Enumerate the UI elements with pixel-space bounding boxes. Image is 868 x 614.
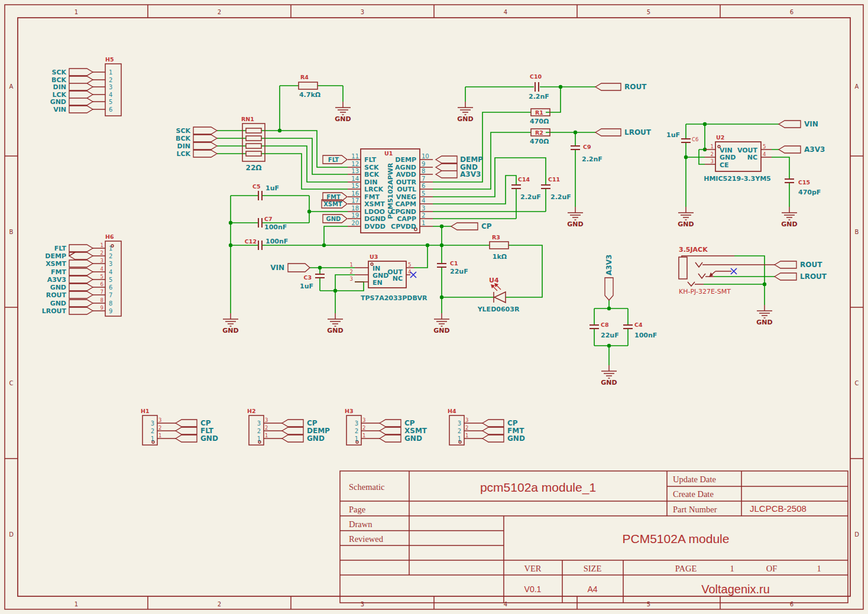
jack-body[interactable] xyxy=(679,257,687,279)
net-flag-bidir[interactable] xyxy=(69,252,93,259)
frame-col: 3 xyxy=(361,9,364,15)
pin-number-red: 5 xyxy=(408,262,411,268)
frame-row: C xyxy=(9,380,14,386)
connector-body[interactable] xyxy=(346,415,361,445)
ic-u3[interactable]: U3 1 2 3 5 4 IN GND EN OUT NC TPS7A2033P… xyxy=(270,254,427,302)
resistor-r4[interactable]: R4 4.7kΩ xyxy=(299,74,321,99)
pin-number: 1 xyxy=(151,436,154,442)
ic-u1[interactable]: U1 PCM5102APWR 11 12 13 14 15 16 17 18 1… xyxy=(348,149,433,233)
net-port[interactable] xyxy=(595,83,621,136)
jack-contacts xyxy=(682,256,775,286)
connector-body[interactable] xyxy=(142,415,157,445)
net-label: CP xyxy=(507,419,518,427)
cap-c1-plates[interactable] xyxy=(437,264,446,267)
net-flag[interactable] xyxy=(69,69,93,113)
connector-h1[interactable]: H1 3 2 1 3 2 1 CP FLT GND xyxy=(141,408,218,445)
frame-col: 2 xyxy=(218,601,221,607)
ic-u2[interactable]: U2 1 2 3 5 4 VIN GND CE VOUT NC HMIC5219… xyxy=(666,120,825,196)
pin-stubs xyxy=(93,72,105,109)
gnd-label: GND xyxy=(678,220,694,228)
net-flag[interactable] xyxy=(176,420,197,442)
cap-c12-plates[interactable] xyxy=(258,241,262,250)
wire-rn1-net[interactable] xyxy=(217,86,348,189)
cap-c4-plates[interactable] xyxy=(623,325,633,329)
net-flag[interactable] xyxy=(380,420,401,442)
gnd-label: GND xyxy=(335,115,351,123)
cap-c14-plates[interactable] xyxy=(511,185,521,189)
net-flag[interactable] xyxy=(69,245,93,314)
connector-h5[interactable]: H5 SCK BCK DIN LCK GND VIN 1 2 3 4 5 6 xyxy=(50,56,121,116)
connector-h4[interactable]: H4 3 2 1 3 2 1 CP FMT GND xyxy=(448,408,525,445)
wires[interactable] xyxy=(217,86,789,365)
pin-number: 2 xyxy=(109,77,112,83)
connector-body[interactable] xyxy=(105,241,121,316)
a3v3-caps[interactable]: A3V3 C8 22uF C4 100nF xyxy=(590,255,657,339)
net-label: SCK xyxy=(176,127,190,135)
pin-number: 7 xyxy=(422,176,425,182)
resistor-network-rn1[interactable]: RN1 22Ω SCK BCK DIN LCK xyxy=(176,116,265,172)
pin-number: 2 xyxy=(422,212,425,219)
wire-u2[interactable] xyxy=(686,124,789,207)
audio-jack[interactable]: 3.5JACK KH-PJ-327E-SMT ROUT LROUT xyxy=(679,246,827,295)
net-port[interactable] xyxy=(779,121,801,153)
ref-des: C3 xyxy=(303,274,312,281)
value: 470Ω xyxy=(530,118,549,125)
value: 100nF xyxy=(634,332,657,339)
decoupling-caps[interactable]: C5 1uF C7 100nF C12 100nF xyxy=(245,183,289,250)
pin-name: NC xyxy=(747,154,757,161)
resistor-body[interactable] xyxy=(299,82,318,89)
net-label: FMT xyxy=(51,268,66,276)
net-port[interactable] xyxy=(288,264,310,272)
ic-part: TPS7A2033PDBVR xyxy=(361,294,427,302)
connector-h3[interactable]: H3 3 2 1 3 2 1 CP XSMT GND xyxy=(345,408,427,445)
connector-h6[interactable]: H6 FLT DEMP XSMT FMT A3V3 GND ROUT GND L… xyxy=(42,233,121,316)
pin-number: 9 xyxy=(422,161,425,167)
resistor-body[interactable] xyxy=(490,242,509,249)
frame-row: C xyxy=(855,380,859,386)
wire-jack[interactable] xyxy=(704,256,775,305)
cap-c9-plates[interactable] xyxy=(571,146,580,150)
pin-number: 1 xyxy=(458,436,461,442)
part-number-value: JLCPCB-2508 xyxy=(750,503,807,514)
value: 100nF xyxy=(265,238,288,245)
value: 1uF xyxy=(265,184,279,192)
cap-c11-plates[interactable] xyxy=(541,185,550,189)
pin-name: OUTL xyxy=(397,186,416,193)
led-circuit[interactable]: R3 1kΩ C1 22uF U4 YLED0603R xyxy=(437,234,520,313)
port-label: CP xyxy=(481,222,492,230)
cap-c6-plates[interactable] xyxy=(681,139,691,142)
wire-ldo-caps[interactable] xyxy=(231,196,348,313)
frame-row: B xyxy=(855,229,859,235)
net-flag[interactable] xyxy=(193,127,217,157)
cap-c7-plates[interactable] xyxy=(258,218,262,228)
led-symbol[interactable] xyxy=(491,283,506,303)
pin-number-red: 3 xyxy=(158,417,161,423)
reviewed-label: Reviewed xyxy=(349,534,384,544)
value: 2.2uF xyxy=(520,193,541,201)
cap-c10-plates[interactable] xyxy=(535,82,539,92)
page-num: 1 xyxy=(730,564,734,573)
net-port[interactable] xyxy=(451,223,478,230)
cap-c15-plates[interactable] xyxy=(785,179,794,183)
of-word: OF xyxy=(766,564,778,573)
resistor-element xyxy=(246,136,261,141)
net-flag[interactable] xyxy=(282,420,303,442)
net-port[interactable] xyxy=(436,156,457,178)
net-port-vertical[interactable] xyxy=(605,278,613,300)
cap-c3-plates[interactable] xyxy=(315,274,325,278)
net-port[interactable] xyxy=(775,261,796,280)
value: 470pF xyxy=(798,189,821,196)
cap-c5-plates[interactable] xyxy=(258,191,262,200)
u1-right-ports[interactable]: DEMP GND A3V3 xyxy=(436,155,483,178)
connector-body[interactable] xyxy=(449,415,464,445)
frame-ticks xyxy=(5,5,863,609)
connector-body[interactable] xyxy=(249,415,264,445)
pin-name: CPVDD xyxy=(391,223,416,230)
connector-h2[interactable]: H2 3 2 1 3 2 1 CP DEMP GND xyxy=(247,408,330,445)
net-flag[interactable] xyxy=(482,420,504,442)
connector-body[interactable] xyxy=(105,64,121,116)
junction-dot xyxy=(318,266,322,269)
cap-c8-plates[interactable] xyxy=(590,325,599,329)
charge-pump-caps[interactable]: C14 2.2uF C11 2.2uF CP xyxy=(451,176,571,230)
junction-dot xyxy=(607,344,611,347)
